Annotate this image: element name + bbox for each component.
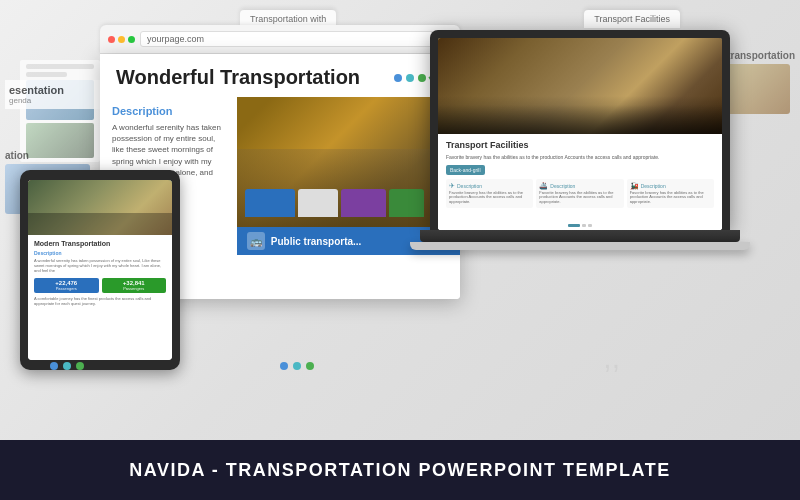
laptop-slide-title: Transport Facilities — [446, 140, 714, 150]
tablet-desc-label: Description — [34, 250, 166, 256]
dot-inactive-2 — [588, 224, 592, 227]
laptop-device-wrapper: Transport Facilities Favorite bravery ha… — [430, 30, 740, 400]
laptop-col-1: ✈ Description Favorite bravery has the a… — [446, 179, 533, 208]
laptop-col-1-text: Favorite bravery has the abilities as to… — [449, 191, 530, 205]
bottom-dot-c2 — [293, 362, 301, 370]
laptop-nav-btn-1[interactable]: Back-and-grill — [446, 165, 485, 175]
bg-left-title-2: ation — [5, 150, 100, 161]
laptop-screen-outer: Transport Facilities Favorite bravery ha… — [430, 30, 730, 230]
dot-teal — [406, 74, 414, 82]
browser-traffic-lights — [108, 36, 135, 43]
laptop-foot — [410, 242, 750, 250]
tablet-photo-overlay — [28, 213, 172, 235]
laptop-col-3-header: 🚂 Description — [630, 182, 711, 190]
dot-active — [568, 224, 580, 227]
browser-chrome: yourpage.com — [100, 25, 460, 54]
bg-line-1 — [26, 64, 94, 69]
tablet-device: Modern Transportation Description A wond… — [20, 170, 180, 370]
browser-minimize-dot[interactable] — [118, 36, 125, 43]
laptop-col-1-header: ✈ Description — [449, 182, 530, 190]
laptop-col-3-text: Favorite bravery has the abilities as to… — [630, 191, 711, 205]
center-desc-label: Description — [112, 105, 225, 117]
dot-blue — [394, 74, 402, 82]
background-area: Transportation with Transport Facilities… — [0, 0, 800, 440]
laptop-col-3: 🚂 Description Favorite bravery has the a… — [627, 179, 714, 208]
laptop-slide-columns: ✈ Description Favorite bravery has the a… — [446, 179, 714, 208]
center-slide-title: Wonderful Transportation — [116, 66, 360, 89]
laptop-slide-bottom: Transport Facilities Favorite bravery ha… — [438, 134, 722, 230]
bus-blue — [245, 189, 295, 217]
tablet-device-wrapper: Modern Transportation Description A wond… — [20, 170, 190, 380]
center-slide-photo-area: 🚌 Public transporta... — [237, 97, 460, 299]
laptop-base — [420, 230, 740, 242]
tablet-slide-title: Modern Transportation — [34, 240, 166, 247]
dot-green — [418, 74, 426, 82]
laptop-slide: Transport Facilities Favorite bravery ha… — [438, 38, 722, 230]
laptop-col-2-text: Favorite bravery has the abilities as to… — [539, 191, 620, 205]
tablet-extra-text: A comfortable journey has the finest pro… — [34, 296, 166, 306]
bottom-dots-left — [50, 362, 84, 370]
tablet-slide-body: Modern Transportation Description A wond… — [28, 235, 172, 311]
tablet-stat-2-label: Passengers — [123, 286, 144, 291]
tablet-slide: Modern Transportation Description A wond… — [28, 180, 172, 360]
bottom-dot-2 — [63, 362, 71, 370]
bus-green — [389, 189, 424, 217]
bg-left-title-1: esentation — [9, 84, 106, 96]
bus-row — [237, 189, 460, 217]
bus-purple — [341, 189, 386, 217]
quote-marks: ,, — [603, 341, 620, 375]
tablet-slide-photo — [28, 180, 172, 235]
bottom-dots-center — [280, 362, 314, 370]
bg-left-block — [20, 60, 100, 162]
tablet-stats: +22,476 Passengers +32,841 Passengers — [34, 278, 166, 293]
browser-close-dot[interactable] — [108, 36, 115, 43]
bus-white — [298, 189, 338, 217]
bus-icon: 🚌 — [247, 232, 265, 250]
laptop-col-2: 🚢 Description Favorite bravery has the a… — [536, 179, 623, 208]
laptop-slide-nav: Back-and-grill — [446, 165, 714, 175]
bottom-dot-c1 — [280, 362, 288, 370]
bottom-dot-1 — [50, 362, 58, 370]
bg-left-subtitle-1: genda — [9, 96, 106, 105]
tab-transport-facilities: Transport Facilities — [584, 10, 680, 28]
laptop-photo-bg — [438, 38, 722, 134]
laptop-col-2-header: 🚢 Description — [539, 182, 620, 190]
footer-title: NAVIDA - TRANSPORTATION POWERPOINT TEMPL… — [129, 460, 670, 481]
dot-inactive-1 — [582, 224, 586, 227]
browser-maximize-dot[interactable] — [128, 36, 135, 43]
tablet-stat-1: +22,476 Passengers — [34, 278, 99, 293]
tablet-screen: Modern Transportation Description A wond… — [28, 180, 172, 360]
tablet-desc-text: A wonderful serenity has taken possessio… — [34, 258, 166, 274]
bg-left-slide: esentation genda — [5, 80, 110, 109]
bottom-dot-c3 — [306, 362, 314, 370]
bottom-dot-3 — [76, 362, 84, 370]
tablet-stat-2: +32,841 Passengers — [102, 278, 167, 293]
bg-line-2 — [26, 72, 67, 77]
public-transport-label: Public transporta... — [271, 236, 362, 247]
laptop-screen-inner: Transport Facilities Favorite bravery ha… — [438, 38, 722, 230]
laptop-slide-dots — [568, 224, 592, 227]
center-slide-header: Wonderful Transportation — [100, 54, 460, 97]
center-slide-photo — [237, 97, 460, 227]
footer-bar: NAVIDA - TRANSPORTATION POWERPOINT TEMPL… — [0, 440, 800, 500]
browser-url-bar[interactable]: yourpage.com — [140, 31, 452, 47]
laptop-desc-text: Favorite bravery has the abilities as to… — [446, 154, 714, 161]
laptop-slide-photo — [438, 38, 722, 134]
laptop-slide-top — [438, 38, 722, 134]
tablet-stat-1-label: Passengers — [56, 286, 77, 291]
laptop-photo-overlay — [438, 105, 722, 134]
